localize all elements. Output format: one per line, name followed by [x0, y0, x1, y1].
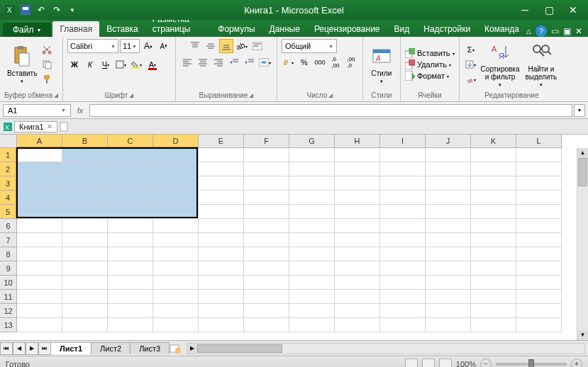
- number-format-combo[interactable]: Общий▼: [282, 39, 337, 53]
- cell[interactable]: [244, 247, 289, 261]
- cell[interactable]: [244, 276, 289, 290]
- align-center-button[interactable]: [196, 55, 210, 69]
- align-left-button[interactable]: [180, 55, 194, 69]
- fill-color-button[interactable]: ▾: [130, 57, 144, 72]
- font-launcher-icon[interactable]: ◢: [129, 92, 133, 98]
- cell[interactable]: [17, 191, 62, 205]
- tab-formulas[interactable]: Формулы: [211, 21, 262, 37]
- cell[interactable]: [244, 148, 289, 162]
- cell[interactable]: [199, 176, 244, 191]
- cell[interactable]: [335, 261, 380, 276]
- cell[interactable]: [153, 318, 199, 332]
- cell[interactable]: [199, 290, 244, 304]
- doc-minimize-icon[interactable]: ▭: [551, 26, 559, 36]
- font-size-combo[interactable]: 11▼: [120, 39, 140, 53]
- cell[interactable]: [516, 148, 562, 162]
- cell[interactable]: [516, 261, 562, 276]
- scroll-down-button[interactable]: ▼: [577, 330, 588, 340]
- copy-button[interactable]: [40, 58, 54, 71]
- cell[interactable]: [199, 233, 244, 247]
- column-header[interactable]: J: [426, 135, 471, 148]
- cell[interactable]: [426, 304, 471, 318]
- cell[interactable]: [17, 233, 62, 247]
- cell[interactable]: [17, 304, 62, 318]
- cell[interactable]: [380, 318, 426, 332]
- delete-cells-button[interactable]: Удалить▾: [405, 60, 455, 69]
- tab-home[interactable]: Главная: [52, 21, 99, 37]
- row-header[interactable]: 12: [0, 304, 17, 318]
- formula-input[interactable]: [89, 104, 572, 117]
- accounting-format-button[interactable]: ₽▾: [282, 55, 296, 69]
- column-header[interactable]: A: [17, 135, 62, 148]
- cell[interactable]: [153, 290, 199, 304]
- cell[interactable]: [153, 304, 199, 318]
- tab-view[interactable]: Вид: [387, 21, 417, 37]
- cell[interactable]: [426, 276, 471, 290]
- align-middle-button[interactable]: [204, 39, 218, 53]
- fill-button[interactable]: ▾: [464, 58, 478, 71]
- vertical-scrollbar[interactable]: ▲ ▼: [577, 148, 588, 340]
- column-header[interactable]: B: [62, 135, 108, 148]
- cell[interactable]: [380, 191, 426, 205]
- fx-button[interactable]: fx: [72, 104, 88, 117]
- clipboard-launcher-icon[interactable]: ◢: [54, 92, 58, 98]
- cell[interactable]: [516, 233, 562, 247]
- cell[interactable]: [108, 191, 153, 205]
- cell[interactable]: [17, 176, 62, 191]
- cell[interactable]: [471, 276, 516, 290]
- cell[interactable]: [62, 261, 108, 276]
- view-page-layout-button[interactable]: [422, 358, 435, 368]
- cell[interactable]: [426, 318, 471, 332]
- help-icon[interactable]: ?: [536, 26, 547, 37]
- new-sheet-button[interactable]: [170, 344, 184, 354]
- number-launcher-icon[interactable]: ◢: [328, 92, 333, 98]
- sheet-tab[interactable]: Лист3: [130, 342, 170, 354]
- column-header[interactable]: L: [516, 135, 562, 148]
- cell[interactable]: [516, 219, 562, 233]
- tab-review[interactable]: Рецензирование: [307, 21, 387, 37]
- cut-button[interactable]: [40, 43, 54, 56]
- horizontal-scrollbar[interactable]: ◀ ▶: [187, 343, 585, 354]
- sheet-nav-prev[interactable]: ◀: [13, 342, 26, 355]
- scroll-right-button[interactable]: ▶: [187, 344, 197, 354]
- row-header[interactable]: 9: [0, 261, 17, 276]
- cell[interactable]: [153, 219, 199, 233]
- cell[interactable]: [108, 318, 153, 332]
- cell[interactable]: [426, 261, 471, 276]
- cell[interactable]: [335, 304, 380, 318]
- cell[interactable]: [335, 318, 380, 332]
- cell[interactable]: [199, 219, 244, 233]
- zoom-slider[interactable]: [496, 363, 567, 366]
- decrease-indent-button[interactable]: [227, 55, 241, 69]
- decrease-decimal-button[interactable]: ,00,0: [344, 55, 358, 69]
- cell[interactable]: [108, 176, 153, 191]
- zoom-level[interactable]: 100%: [456, 360, 476, 368]
- bold-button[interactable]: Ж: [67, 57, 82, 72]
- font-color-button[interactable]: A▾: [145, 57, 160, 72]
- cell[interactable]: [380, 247, 426, 261]
- cell[interactable]: [335, 290, 380, 304]
- cell[interactable]: [516, 247, 562, 261]
- increase-font-button[interactable]: A▴: [141, 39, 155, 53]
- percent-format-button[interactable]: %: [297, 55, 311, 69]
- italic-button[interactable]: К: [83, 57, 97, 72]
- cell[interactable]: [516, 205, 562, 219]
- cell[interactable]: [17, 247, 62, 261]
- clear-button[interactable]: ▾: [464, 73, 478, 86]
- cell[interactable]: [244, 318, 289, 332]
- sheet-nav-next[interactable]: ▶: [26, 342, 38, 355]
- horizontal-scroll-thumb[interactable]: [197, 344, 282, 353]
- cell[interactable]: [426, 247, 471, 261]
- row-header[interactable]: 5: [0, 205, 17, 219]
- cell[interactable]: [516, 304, 562, 318]
- cell[interactable]: [471, 247, 516, 261]
- cell[interactable]: [380, 162, 426, 176]
- cell[interactable]: [108, 148, 153, 162]
- cell[interactable]: [289, 261, 335, 276]
- cell[interactable]: [516, 318, 562, 332]
- cell[interactable]: [62, 247, 108, 261]
- column-header[interactable]: F: [244, 135, 289, 148]
- cell[interactable]: [17, 162, 62, 176]
- merge-button[interactable]: ▾: [258, 55, 272, 69]
- format-cells-button[interactable]: Формат▾: [405, 71, 455, 81]
